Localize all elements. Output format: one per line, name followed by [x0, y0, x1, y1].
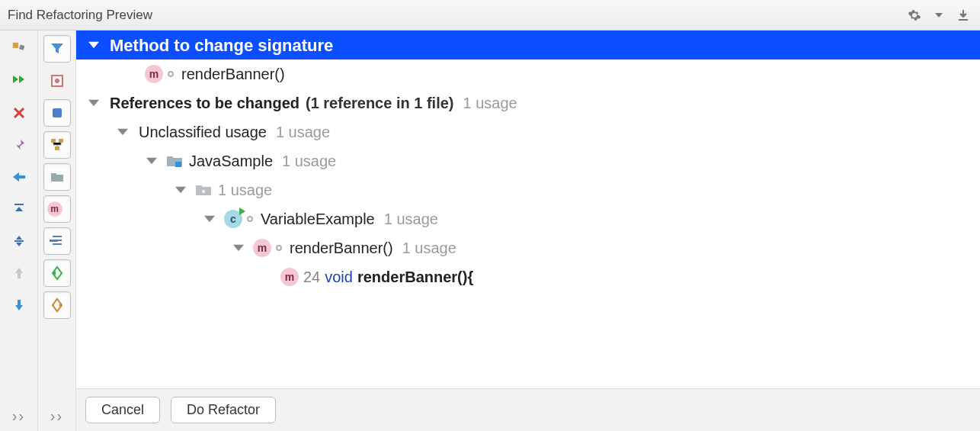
refs-group-row[interactable]: References to be changed (1 reference in…: [76, 88, 980, 117]
method-group-button[interactable]: m: [43, 195, 71, 223]
svg-rect-4: [51, 139, 56, 143]
class-row[interactable]: c VariableExample 1 usage: [76, 204, 980, 233]
class-usage: 1 usage: [384, 207, 438, 230]
visibility-dot-icon: [168, 71, 174, 77]
prev-button[interactable]: [5, 259, 33, 287]
method-icon: m: [145, 65, 163, 83]
refs-count: (1 reference in 1 file): [306, 92, 454, 114]
toolbar-left-2: m ››: [38, 31, 76, 431]
method-usage: 1 usage: [402, 236, 456, 259]
svg-rect-3: [53, 108, 62, 117]
expand-icon[interactable]: [116, 125, 130, 139]
class-icon: c: [224, 210, 242, 228]
do-refactor-button[interactable]: Do Refactor: [171, 397, 276, 423]
visibility-dot-icon: [247, 216, 253, 222]
usage-line-row[interactable]: m 24 void renderBanner(){: [76, 262, 980, 291]
svg-rect-6: [55, 146, 59, 150]
download-icon[interactable]: [954, 6, 972, 24]
target-method-label: renderBanner(): [181, 63, 285, 85]
expand-icon[interactable]: [87, 38, 101, 52]
line-number: 24: [303, 265, 320, 288]
package-icon: [195, 183, 212, 197]
svg-rect-7: [175, 162, 181, 167]
expand-icon[interactable]: [174, 183, 187, 197]
svg-rect-5: [59, 139, 63, 143]
window-title: Find Refactoring Preview: [8, 8, 899, 23]
method-icon: m: [253, 239, 271, 257]
tree-header-row[interactable]: Method to change signature: [76, 31, 980, 60]
line-signature: renderBanner(){: [357, 265, 473, 288]
filter-button[interactable]: [43, 35, 71, 63]
unclassified-label: Unclassified usage: [139, 121, 267, 143]
tree-header-label: Method to change signature: [110, 33, 333, 58]
folder-group-button[interactable]: [43, 163, 71, 191]
cancel-button[interactable]: Cancel: [85, 397, 160, 423]
title-bar: Find Refactoring Preview: [0, 0, 980, 31]
module-label: JavaSample: [189, 150, 273, 172]
refs-label: References to be changed: [110, 92, 299, 114]
visibility-dot-icon: [276, 245, 282, 251]
results-tree[interactable]: Method to change signature m renderBanne…: [76, 31, 980, 388]
gear-icon[interactable]: [905, 6, 924, 24]
sort-button[interactable]: [43, 227, 71, 255]
next-button[interactable]: [5, 291, 33, 319]
collapse-top-button[interactable]: [5, 195, 33, 223]
back-button[interactable]: [5, 163, 33, 191]
tree-button[interactable]: [43, 131, 71, 159]
method-label: renderBanner(): [290, 236, 393, 259]
rerun-button[interactable]: [5, 67, 33, 95]
module-row[interactable]: JavaSample 1 usage: [76, 146, 980, 175]
expand-icon[interactable]: [145, 154, 159, 168]
pin-button[interactable]: [5, 131, 33, 159]
square-button[interactable]: [43, 99, 71, 127]
refs-usage: 1 usage: [463, 92, 517, 114]
dropdown-icon[interactable]: [930, 6, 948, 24]
toolbar-left-1: ››: [0, 31, 38, 431]
unclassified-usage: 1 usage: [276, 121, 330, 143]
package-row[interactable]: 1 usage: [76, 175, 980, 204]
target-button[interactable]: [43, 67, 71, 95]
main-panel: Method to change signature m renderBanne…: [76, 31, 980, 431]
close-button[interactable]: [5, 99, 33, 127]
svg-rect-0: [12, 43, 18, 48]
expand-icon[interactable]: [203, 212, 216, 226]
method-icon: m: [280, 268, 299, 286]
svg-point-8: [202, 190, 205, 193]
package-usage: 1 usage: [218, 179, 272, 201]
module-usage: 1 usage: [282, 150, 336, 172]
merge-in-button[interactable]: [43, 259, 71, 287]
expand-icon[interactable]: [232, 241, 245, 255]
module-icon: [166, 154, 183, 168]
keyword-void: void: [325, 265, 353, 288]
target-method-row[interactable]: m renderBanner(): [76, 60, 980, 88]
expand-icon[interactable]: [87, 96, 101, 110]
more-left-1[interactable]: ››: [5, 407, 33, 425]
method-row[interactable]: m renderBanner() 1 usage: [76, 233, 980, 262]
more-left-2[interactable]: ››: [43, 407, 71, 425]
settings-tool-button[interactable]: [5, 35, 33, 63]
collapse-bottom-button[interactable]: [5, 227, 33, 255]
class-label: VariableExample: [261, 207, 375, 230]
merge-out-button[interactable]: [43, 291, 71, 319]
unclassified-row[interactable]: Unclassified usage 1 usage: [76, 117, 980, 146]
footer: Cancel Do Refactor: [76, 388, 980, 431]
svg-point-2: [55, 79, 59, 83]
